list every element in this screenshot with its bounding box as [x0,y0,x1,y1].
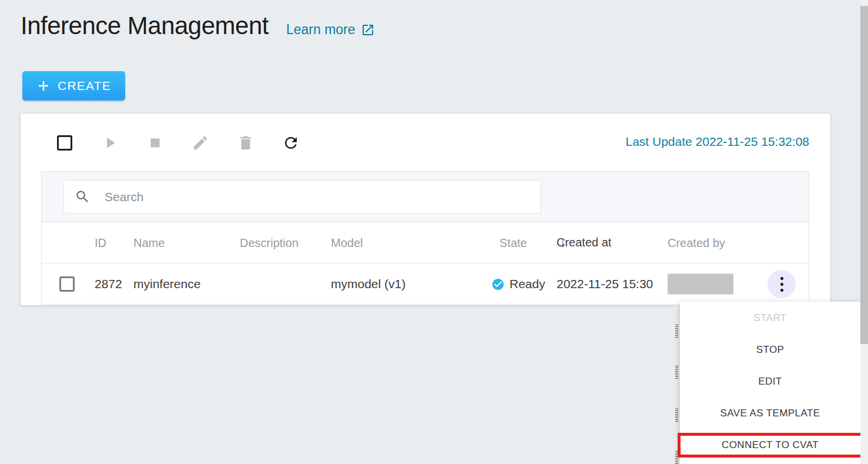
inference-list-card: Last Update 2022-11-25 15:32:08 ID Name … [21,114,830,305]
state-label: Ready [510,277,545,291]
refresh-icon [282,134,300,152]
scrollbar-thumb[interactable] [860,6,868,344]
external-link-icon [361,23,375,37]
menu-item-connect-to-cvat[interactable]: CONNECT TO CVAT [680,429,860,461]
kebab-dot [780,283,783,286]
column-header-model: Model [331,236,363,249]
trash-icon [237,134,254,152]
artifact-mark [675,323,678,338]
stop-icon [146,134,164,152]
check-circle-icon [491,278,505,291]
learn-more-label: Learn more [286,22,356,38]
search-row [42,172,809,222]
cell-state: Ready [491,277,545,291]
row-actions-menu: START STOP EDIT SAVE AS TEMPLATE CONNECT… [680,302,860,464]
search-box[interactable] [63,180,541,213]
select-all-checkbox[interactable] [56,135,73,151]
table-header-row: ID Name Description Model State Created … [42,222,809,263]
checkbox-box [57,135,72,151]
menu-item-start: START [680,302,860,334]
create-button[interactable]: CREATE [22,71,125,101]
clipped-content-strip [674,304,679,464]
kebab-dot [780,289,783,292]
cell-name: myinference [133,277,200,291]
menu-item-edit[interactable]: EDIT [680,366,860,398]
column-header-created-at[interactable]: Created at↓ [557,236,566,249]
plus-icon [36,79,51,93]
column-header-name: Name [133,236,165,249]
column-header-description: Description [240,236,299,249]
vertical-scrollbar[interactable] [860,0,868,464]
delete-button [237,134,254,152]
learn-more-link[interactable]: Learn more [286,22,375,38]
created-at-label: Created at [557,236,611,249]
cell-model: mymodel (v1) [331,277,405,291]
column-header-state: State [500,236,527,249]
search-icon [75,189,91,205]
last-update-text[interactable]: Last Update 2022-11-25 15:32:08 [625,135,809,149]
artifact-mark [675,408,678,422]
cell-created-at: 2022-11-25 15:30 [557,277,653,291]
search-input[interactable] [105,190,530,204]
page-header: Inference Management Learn more [21,12,375,40]
toolbar [56,131,327,155]
row-actions-kebab-button[interactable] [768,270,796,298]
cell-created-by-redacted [668,274,733,295]
column-header-id: ID [95,236,106,249]
kebab-dot [780,277,783,280]
edit-button [192,134,209,152]
cell-id: 2872 [95,277,122,291]
artifact-mark [675,450,678,464]
create-button-label: CREATE [58,79,111,93]
page-title: Inference Management [21,12,269,40]
stop-button [146,134,164,152]
table-row: 2872 myinference mymodel (v1) Ready 2022… [42,263,809,305]
pencil-icon [192,134,209,152]
row-checkbox[interactable] [59,276,75,292]
play-icon [101,134,119,152]
refresh-button[interactable] [282,134,300,152]
start-button [101,134,119,152]
menu-item-save-as-template[interactable]: SAVE AS TEMPLATE [680,398,860,429]
inference-table: ID Name Description Model State Created … [41,171,809,305]
artifact-mark [675,365,678,379]
column-header-created-by: Created by [668,236,725,249]
menu-item-stop[interactable]: STOP [680,334,860,366]
